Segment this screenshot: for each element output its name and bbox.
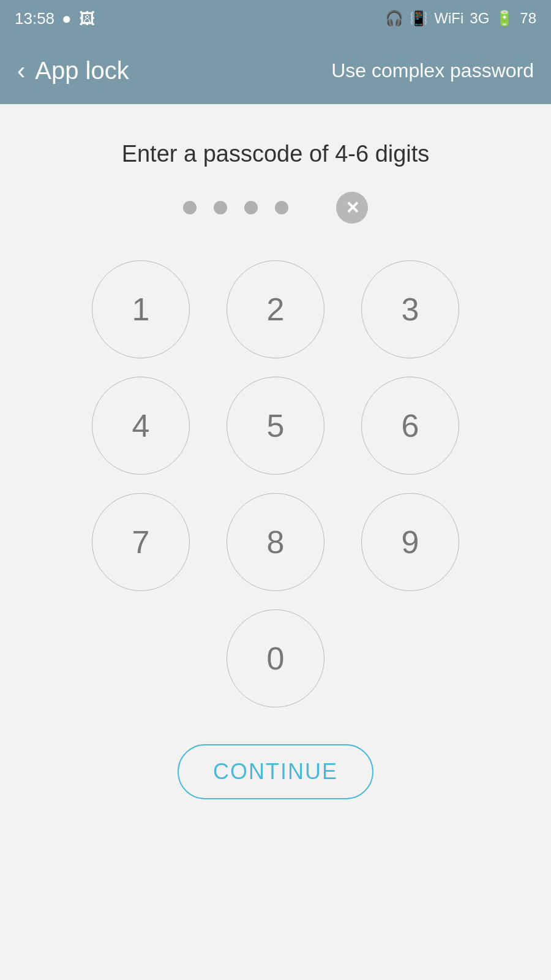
vibrate-icon: 📳 [410,10,428,27]
dots-row: ✕ [183,192,368,224]
dot-1 [183,201,197,214]
toolbar: ‹ App lock Use complex password [0,37,551,104]
status-right: 🎧 📳 WiFi 3G 🔋 78 [385,10,536,27]
keypad-row-2: 4 5 6 [92,377,459,475]
keypad-row-4: 0 [227,609,324,707]
key-3[interactable]: 3 [361,260,459,358]
status-time: 13:58 [15,9,54,28]
key-8[interactable]: 8 [227,493,324,591]
main-content: Enter a passcode of 4-6 digits ✕ 1 2 3 4… [0,104,551,980]
status-bar: 13:58 ● 🖼 🎧 📳 WiFi 3G 🔋 78 [0,0,551,37]
photo-icon: 🖼 [79,9,95,28]
clear-button[interactable]: ✕ [336,192,368,224]
key-2[interactable]: 2 [227,260,324,358]
battery-level: 78 [520,10,536,27]
dot-2 [214,201,227,214]
headphone-icon: 🎧 [385,10,403,27]
wifi-icon: WiFi [434,10,463,27]
keypad-row-3: 7 8 9 [92,493,459,591]
key-6[interactable]: 6 [361,377,459,475]
continue-button[interactable]: CONTINUE [178,744,373,799]
key-7[interactable]: 7 [92,493,190,591]
passcode-instruction: Enter a passcode of 4-6 digits [122,141,430,167]
battery-icon: 🔋 [495,10,514,27]
key-9[interactable]: 9 [361,493,459,591]
key-1[interactable]: 1 [92,260,190,358]
key-4[interactable]: 4 [92,377,190,475]
dot-3 [244,201,258,214]
keypad-row-1: 1 2 3 [92,260,459,358]
page-title: App lock [35,57,129,85]
toolbar-left: ‹ App lock [17,57,129,85]
signal-icon: 3G [470,10,489,27]
key-0[interactable]: 0 [227,609,324,707]
status-left: 13:58 ● 🖼 [15,9,95,28]
back-button[interactable]: ‹ [17,58,25,83]
dot-4 [275,201,288,214]
key-5[interactable]: 5 [227,377,324,475]
message-icon: ● [62,9,72,28]
keypad: 1 2 3 4 5 6 7 8 9 0 [92,260,459,707]
use-complex-password-button[interactable]: Use complex password [331,59,534,82]
